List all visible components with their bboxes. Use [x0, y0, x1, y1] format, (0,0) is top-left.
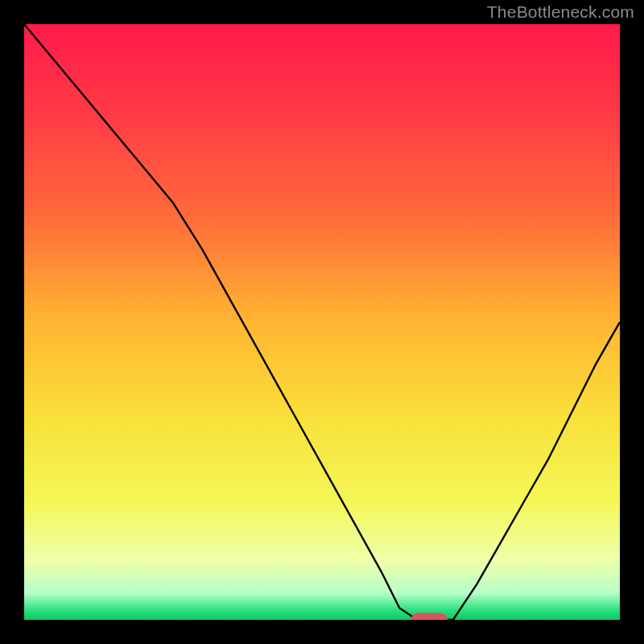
optimal-range-marker [411, 613, 447, 620]
gradient-background [24, 24, 620, 620]
attribution-text: TheBottleneck.com [487, 2, 634, 22]
chart-frame: TheBottleneck.com [0, 0, 644, 644]
plot-area [24, 24, 620, 620]
bottleneck-curve-chart [24, 24, 620, 620]
